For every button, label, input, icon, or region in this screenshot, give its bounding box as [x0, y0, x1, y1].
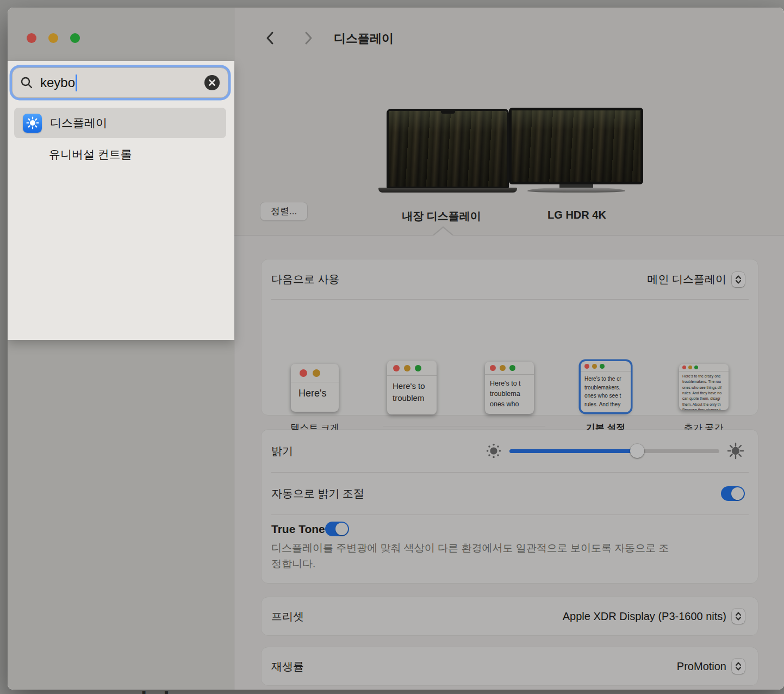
up-down-chevrons-icon [735, 661, 742, 672]
scaling-option-3[interactable]: Here's to t troublema ones who [485, 362, 534, 414]
toggle-knob [335, 523, 348, 535]
sidebar: keybo [8, 8, 234, 690]
preset-row: 프리셋 Apple XDR Display (P3-1600 nits) [262, 597, 758, 635]
search-results-panel: keybo [8, 61, 234, 340]
chevron-left-icon [265, 31, 274, 45]
mini-window-text: Here's to t [490, 379, 534, 389]
preset-dropdown[interactable] [732, 609, 745, 624]
scaling-option-more-space[interactable]: Here's to the crazy one troublemakers. T… [679, 364, 729, 410]
system-settings-window: keybo [8, 8, 784, 690]
brightness-slider[interactable] [509, 449, 719, 453]
mini-window-text: Here's to [393, 380, 437, 392]
selected-display-pointer [434, 228, 452, 236]
refresh-rate-label: 재생률 [271, 659, 304, 674]
mini-window-text: Because they change t [682, 407, 729, 410]
search-input[interactable]: keybo [12, 67, 228, 98]
auto-brightness-toggle[interactable] [721, 486, 745, 501]
content-pane: 디스플레이 내장 디스플레이 LG HDR 4K 정렬... 다음으로 사용 메… [234, 8, 784, 690]
traffic-light-yellow-icon [313, 369, 320, 377]
use-as-label: 다음으로 사용 [271, 272, 340, 287]
mini-window-text: them. About the only th [682, 402, 729, 407]
search-query-text: keybo [40, 75, 75, 90]
traffic-light-yellow-icon [404, 365, 410, 371]
brightness-slider-thumb[interactable] [630, 444, 644, 458]
back-button[interactable] [262, 30, 278, 46]
traffic-light-red-icon [682, 365, 686, 369]
refresh-rate-card: 재생률 ProMotion [262, 647, 758, 685]
mini-window-text: ones who see t [584, 392, 631, 400]
laptop-base [378, 188, 517, 193]
wallpaper-forest-image [512, 110, 640, 182]
up-down-chevrons-icon [735, 274, 742, 285]
search-result-display[interactable]: 디스플레이 [14, 108, 226, 138]
mini-window-text: rules. And they have no [682, 391, 729, 396]
traffic-light-green-icon [415, 365, 421, 371]
mini-window-text: rules. And they [584, 400, 631, 409]
scaling-option-default[interactable]: Here's to the cr troublemakers. ones who… [581, 361, 631, 412]
scaling-option-2[interactable]: Here's to troublem [387, 361, 437, 414]
monitor-stand-base [527, 188, 625, 193]
mini-window-text: ones who see things dif [682, 385, 729, 391]
refresh-rate-value: ProMotion [677, 660, 726, 673]
traffic-light-yellow-icon [688, 365, 692, 369]
window-controls [27, 33, 80, 43]
search-result-universal-control[interactable]: 유니버설 컨트롤 [14, 142, 226, 166]
text-cursor [76, 75, 77, 91]
page-title: 디스플레이 [334, 30, 394, 47]
refresh-rate-dropdown[interactable] [732, 659, 745, 674]
clear-search-button[interactable] [204, 75, 220, 91]
zoom-window-button[interactable] [70, 33, 80, 43]
refresh-rate-row: 재생률 ProMotion [262, 647, 758, 685]
true-tone-description: 디스플레이를 주변광에 맞춰 색상이 다른 환경에서도 일관적으로 보이도록 자… [271, 540, 674, 572]
preset-value: Apple XDR Display (P3-1600 nits) [563, 610, 726, 623]
use-as-dropdown[interactable] [732, 272, 745, 287]
preset-card: 프리셋 Apple XDR Display (P3-1600 nits) [262, 597, 758, 635]
resolution-settings-card: 다음으로 사용 메인 디스플레이 Here's [262, 259, 758, 415]
mini-window-text: troublema [490, 389, 534, 399]
wallpaper-forest-image [389, 111, 507, 187]
display-thumbnail-lg-hdr-4k[interactable] [509, 108, 643, 193]
forward-button[interactable] [301, 30, 317, 46]
brightness-slider-fill [509, 449, 637, 453]
options-connector-line [383, 426, 545, 426]
toggle-knob [731, 487, 744, 500]
search-icon [20, 76, 33, 89]
true-tone-toggle[interactable] [325, 522, 349, 536]
close-window-button[interactable] [27, 33, 36, 43]
use-as-value: 메인 디스플레이 [647, 272, 726, 287]
brightness-label: 밝기 [271, 444, 293, 458]
traffic-light-green-icon [509, 365, 515, 371]
mini-window-text: ones who [490, 399, 534, 410]
sun-dim-icon [486, 443, 501, 458]
mini-window-text: Here's to the crazy one [682, 374, 729, 379]
search-result-label: 디스플레이 [50, 115, 107, 131]
mini-window-text: Here's to the cr [584, 375, 631, 383]
brightness-settings-card: 밝기 [262, 430, 758, 583]
sun-bright-icon [727, 442, 744, 460]
auto-brightness-row: 자동으로 밝기 조절 [262, 473, 758, 515]
mini-window-text: troublemakers. [584, 383, 631, 392]
scaling-option-larger-text[interactable]: Here's [291, 364, 339, 412]
camera-notch [441, 111, 455, 114]
minimize-window-button[interactable] [48, 33, 58, 43]
up-down-chevrons-icon [735, 611, 742, 622]
display-thumbnail-builtin[interactable] [378, 109, 517, 193]
scaling-options: Here's Here's to troublem Here's to t tr… [262, 300, 758, 415]
display-selector-strip: 디스플레이 내장 디스플레이 LG HDR 4K 정렬... [234, 8, 784, 236]
true-tone-row: True Tone 디스플레이를 주변광에 맞춰 색상이 다른 환경에서도 일관… [262, 515, 758, 572]
mini-window-text: troublem [393, 392, 437, 404]
preset-label: 프리셋 [271, 609, 304, 624]
traffic-light-green-icon [694, 365, 698, 369]
traffic-light-green-icon [600, 364, 605, 369]
search-result-label: 유니버설 컨트롤 [49, 147, 132, 162]
use-as-row: 다음으로 사용 메인 디스플레이 [262, 259, 758, 299]
mini-window-text: Here's [298, 388, 339, 399]
traffic-light-yellow-icon [592, 364, 597, 369]
display-name-lg: LG HDR 4K [495, 209, 658, 221]
traffic-light-red-icon [584, 364, 589, 369]
traffic-light-red-icon [393, 365, 400, 371]
auto-brightness-label: 자동으로 밝기 조절 [271, 486, 364, 501]
chevron-right-icon [304, 31, 313, 45]
traffic-light-red-icon [490, 365, 496, 371]
arrange-button[interactable]: 정렬... [260, 202, 308, 221]
